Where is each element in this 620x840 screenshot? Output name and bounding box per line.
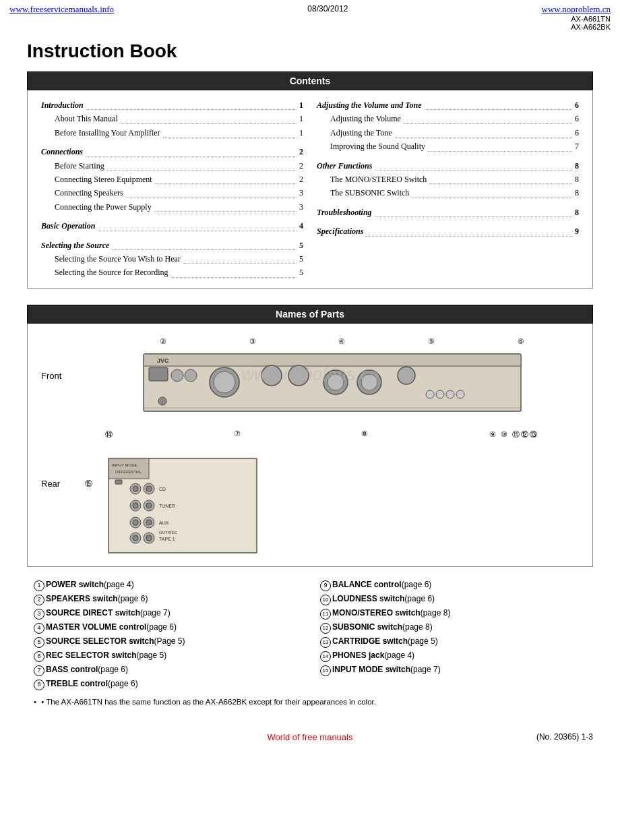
svg-text:DIFFERENTIAL: DIFFERENTIAL (115, 470, 142, 474)
parts-left-col: 1 POWER switch (page 4) 2 SPEAKERS switc… (34, 578, 300, 691)
parts-item-5: 5 SOURCE SELECTOR switch (Page 5) (34, 634, 300, 649)
parts-item-13: 13 CARTRIDGE switch (page 5) (320, 634, 586, 649)
svg-point-7 (214, 371, 235, 393)
svg-text:JVC: JVC (157, 357, 169, 364)
front-panel-container: ② ③ ④ ⑤ ⑥ JVC (85, 337, 579, 440)
contents-header: Contents (27, 71, 593, 90)
left-url[interactable]: www.freeservicemanuals.info (9, 4, 114, 14)
svg-point-17 (446, 390, 454, 398)
toc-other-functions: Other Functions 8 (317, 159, 579, 173)
toc-source-recording: Selecting the Source for Recording 5 (41, 266, 303, 279)
svg-text:CD: CD (159, 487, 166, 491)
svg-point-4 (171, 369, 183, 382)
svg-point-19 (158, 397, 166, 405)
callout-numbers-top: ② ③ ④ ⑤ ⑥ (85, 337, 579, 347)
toc-before-starting: Before Starting 2 (41, 159, 303, 173)
toc-adjusting-volume: Adjusting the Volume and Tone 6 (317, 98, 579, 112)
page-header: www.freeservicemanuals.info 08/30/2012 w… (0, 0, 620, 32)
parts-item-14: 14 PHONES jack (page 4) (320, 649, 586, 663)
svg-point-5 (185, 369, 197, 382)
parts-item-11: 11 MONO/STEREO switch (page 8) (320, 606, 586, 620)
contents-section: Contents Introduction 1 About This Manua… (27, 71, 593, 289)
svg-point-41 (133, 535, 138, 541)
parts-item-9: 9 BALANCE control (page 6) (320, 578, 586, 592)
footer-world: World of free manuals (216, 732, 404, 742)
toc-before-installing: Before Installing Your Amplifier 1 (41, 126, 303, 140)
note-text: • The AX-A661TN has the same function as… (41, 698, 376, 706)
svg-point-13 (361, 374, 377, 390)
svg-rect-46 (115, 480, 122, 484)
parts-item-12: 12 SUBSONIC switch (page 8) (320, 620, 586, 634)
main-content: Instruction Book Contents Introduction 1… (0, 32, 620, 719)
right-url[interactable]: www.noproblem.cn (542, 4, 611, 14)
toc-improving-sound: Improving the Sound Quality 7 (317, 140, 579, 153)
parts-item-2: 2 SPEAKERS switch (page 6) (34, 592, 300, 606)
parts-item-4: 4 MASTER VOLUME control (page 6) (34, 620, 300, 634)
toc-source-wish: Selecting the Source You Wish to Hear 5 (41, 252, 303, 266)
svg-point-33 (146, 503, 152, 508)
parts-item-3: 3 SOURCE DIRECT switch (page 7) (34, 606, 300, 620)
svg-point-15 (426, 390, 434, 398)
parts-item-8: 8 TREBLE control (page 6) (34, 677, 300, 691)
svg-point-18 (456, 390, 464, 398)
toc-adj-tone: Adjusting the Tone 6 (317, 126, 579, 140)
header-date: 08/30/2012 (307, 4, 348, 13)
parts-item-10: 10 LOUDNESS switch (page 6) (320, 592, 586, 606)
model-line2: AX-A662BK (542, 23, 611, 31)
svg-text:INPUT MODE: INPUT MODE (112, 463, 137, 467)
model-line1: AX-A661TN (542, 15, 611, 23)
rear-label: Rear (41, 452, 85, 489)
svg-text:AUX: AUX (159, 520, 169, 525)
toc-about-manual: About This Manual 1 (41, 112, 303, 125)
svg-point-16 (436, 390, 444, 398)
parts-item-7: 7 BASS control (page 6) (34, 663, 300, 677)
parts-item-6: 6 REC SELECTOR switch (page 5) (34, 649, 300, 663)
page-footer: World of free manuals (No. 20365) 1-3 (0, 726, 620, 748)
parts-item-15: 15 INPUT MODE switch (page 7) (320, 663, 586, 677)
svg-rect-1 (144, 354, 521, 366)
toc-mono-stereo: The MONO/STEREO Switch 8 (317, 173, 579, 186)
toc-basic-operation: Basic Operation 4 (41, 219, 303, 233)
svg-point-43 (146, 535, 152, 541)
svg-point-38 (146, 520, 152, 525)
note-line: • • The AX-A661TN has the same function … (34, 698, 586, 706)
footer-page: (No. 20365) 1-3 (536, 732, 593, 742)
front-diagram-row: Front ② ③ ④ ⑤ ⑥ (41, 337, 579, 440)
svg-rect-22 (108, 458, 149, 479)
svg-text:TAPE 1: TAPE 1 (159, 537, 175, 541)
parts-right-col: 9 BALANCE control (page 6) 10 LOUDNESS s… (320, 578, 586, 691)
toc-adj-volume: Adjusting the Volume 6 (317, 112, 579, 125)
toc-introduction: Introduction 1 (41, 98, 303, 112)
header-right: www.noproblem.cn AX-A661TN AX-A662BK (542, 4, 611, 31)
toc-connecting-speakers: Connecting Speakers 3 (41, 186, 303, 200)
toc-specifications: Specifications 9 (317, 224, 579, 238)
rear-diagram-row: Rear ⑮ INPUT MODE DIFFERENTIAL (41, 452, 579, 560)
contents-right-col: Adjusting the Volume and Tone 6 Adjustin… (317, 98, 579, 280)
svg-point-11 (328, 374, 344, 390)
toc-troubleshooting: Troubleshooting 8 (317, 206, 579, 219)
svg-point-36 (133, 520, 138, 525)
parts-list-cols: 1 POWER switch (page 4) 2 SPEAKERS switc… (34, 578, 586, 691)
svg-text:TUNER: TUNER (159, 504, 175, 508)
toc-selecting-source: Selecting the Source 5 (41, 239, 303, 252)
front-label: Front (41, 337, 85, 381)
svg-point-31 (133, 503, 138, 508)
toc-connecting-power: Connecting the Power Supply 3 (41, 200, 303, 214)
svg-rect-3 (149, 367, 168, 381)
parts-header: Names of Parts (27, 305, 593, 324)
front-panel-svg: JVC (137, 347, 528, 428)
toc-connecting-stereo: Connecting Stereo Equipment 2 (41, 173, 303, 186)
svg-text:OUT/REC: OUT/REC (159, 531, 178, 535)
contents-left-col: Introduction 1 About This Manual 1 Befor… (41, 98, 303, 280)
toc-subsonic: The SUBSONIC Switch 8 (317, 186, 579, 200)
page-title: Instruction Book (27, 40, 593, 62)
header-left: www.freeservicemanuals.info (9, 4, 114, 15)
callout-numbers-bottom: ⑭ ⑦ ⑧ ⑨ ⑩ ⑪⑫⑬ (85, 429, 579, 440)
parts-item-1: 1 POWER switch (page 4) (34, 578, 300, 592)
parts-diagram: www.radiofans.cn Front ② ③ ④ ⑤ ⑥ (27, 324, 593, 567)
parts-list-section: 1 POWER switch (page 4) 2 SPEAKERS switc… (27, 578, 593, 706)
svg-point-14 (398, 367, 415, 384)
svg-point-28 (146, 486, 152, 491)
callout-15: ⑮ (85, 452, 92, 489)
contents-table: Introduction 1 About This Manual 1 Befor… (27, 90, 593, 289)
